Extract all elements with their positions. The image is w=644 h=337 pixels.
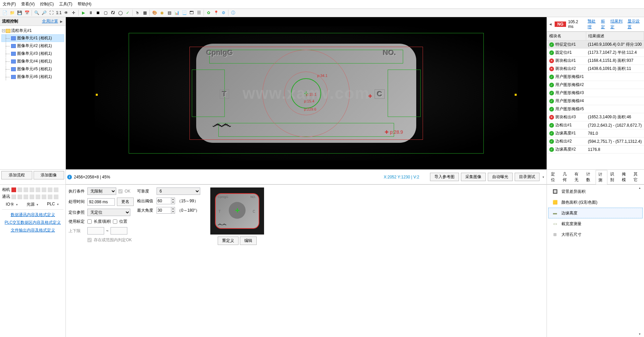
result-row[interactable]: ✓圆定位#1(1173.7,1047.2) 半径:112.4 bbox=[547, 49, 644, 57]
rename-button[interactable]: 更名 bbox=[117, 198, 134, 206]
play-icon[interactable]: ▶ bbox=[80, 9, 87, 16]
fit-icon[interactable]: ⛶ bbox=[48, 9, 55, 16]
open-icon[interactable]: 📁 bbox=[9, 9, 15, 16]
palette-icon[interactable]: 🎨 bbox=[151, 9, 158, 16]
chevron-right-icon[interactable]: ▶ bbox=[59, 20, 63, 23]
result-row[interactable]: ✓用户图形掩模#4 bbox=[547, 97, 644, 105]
limit-high-input[interactable] bbox=[111, 227, 127, 235]
tab-5[interactable]: 识别 bbox=[607, 170, 619, 184]
len-checkbox[interactable] bbox=[87, 219, 92, 224]
measure-item[interactable]: 🔲背景差异面积 bbox=[548, 186, 643, 197]
layers-icon[interactable]: ▤ bbox=[166, 9, 173, 16]
result-row[interactable]: ✕斑块检出#2(1438.6,1091.0) 面积:11 bbox=[547, 65, 644, 73]
auto-exposure-button[interactable]: 自动曝光 bbox=[488, 173, 513, 181]
exec-cond-select[interactable]: 无限制 bbox=[87, 187, 116, 195]
zoom-in-icon[interactable]: 🔍 bbox=[33, 9, 40, 16]
global-calc-link[interactable]: 全局计算 bbox=[42, 19, 58, 24]
tab-2[interactable]: 有无 bbox=[572, 170, 584, 184]
tab-4[interactable]: 计测 bbox=[596, 170, 607, 184]
chevron-left-icon[interactable]: ◀ bbox=[548, 23, 553, 26]
scroll-up-icon[interactable]: ▴ bbox=[638, 186, 643, 189]
collapse-icon[interactable]: − bbox=[2, 29, 5, 32]
tree-item[interactable]: 图像单元#2 (相机1) bbox=[1, 42, 64, 50]
plc-format-link[interactable]: PLC交互数据区内容及格式定义 bbox=[2, 219, 63, 226]
save-icon[interactable]: 💾 bbox=[16, 9, 23, 16]
result-row[interactable]: ✓边缘高度#21176.8 bbox=[547, 145, 644, 154]
menu-file[interactable]: 文件(F) bbox=[1, 1, 17, 8]
calendar-icon[interactable]: 📅 bbox=[24, 9, 30, 16]
cycle-icon[interactable]: ◉ bbox=[159, 9, 165, 16]
limit-low-input[interactable] bbox=[87, 227, 104, 235]
measure-item[interactable]: ⊞大理石尺寸 bbox=[548, 229, 643, 240]
aperture-icon[interactable]: ✿ bbox=[205, 9, 212, 16]
thresh-input[interactable] bbox=[157, 198, 171, 204]
display-link[interactable]: 显示设置 bbox=[628, 18, 643, 30]
pos-checkbox[interactable] bbox=[113, 219, 117, 224]
refresh-icon[interactable]: 🗘 bbox=[110, 9, 116, 16]
grid-icon[interactable]: ▦ bbox=[141, 9, 148, 16]
angle-input[interactable] bbox=[157, 207, 171, 214]
result-row[interactable]: ✓边缘高度#1781.0 bbox=[547, 129, 644, 137]
measure-item[interactable]: 🟨颜色面积 (仅彩色图) bbox=[548, 197, 643, 208]
pause-icon[interactable]: ⏸ bbox=[87, 9, 94, 16]
image-viewer[interactable]: CpnIgG NO. T C ⊹ p:34.1 p:15.1 p:15.4 p:… bbox=[66, 17, 547, 169]
menu-view[interactable]: 查看(V) bbox=[20, 1, 36, 8]
result-row[interactable]: ✓用户图形掩模#1 bbox=[547, 73, 644, 81]
gear-icon[interactable]: ⚙ bbox=[220, 9, 227, 16]
tree-item[interactable]: 图像单元#4 (相机1) bbox=[1, 57, 64, 65]
stop-icon[interactable]: ⏹ bbox=[95, 9, 101, 16]
measure-item[interactable]: ▭截宽度测量 bbox=[548, 218, 643, 229]
proc-time-input[interactable] bbox=[87, 198, 115, 206]
tab-1[interactable]: 几何 bbox=[560, 170, 572, 184]
redefine-button[interactable]: 重定义 bbox=[218, 237, 239, 245]
edit-button[interactable]: 编辑 bbox=[240, 237, 257, 245]
file-format-link[interactable]: 文件输出内容及格式定义 bbox=[2, 226, 63, 234]
comm-format-link[interactable]: 数据通讯内容及格式定义 bbox=[2, 211, 63, 219]
result-row[interactable]: ✕斑块检出#1(1168.4,1151.8) 面积:937 bbox=[547, 57, 644, 65]
menu-control[interactable]: 控制(C) bbox=[39, 1, 55, 8]
import-ref-button[interactable]: 导入参考图 bbox=[430, 173, 459, 181]
tree-item[interactable]: 图像单元#1 (相机1) bbox=[1, 34, 64, 42]
window-icon[interactable]: 🗔 bbox=[188, 9, 195, 16]
new-icon[interactable]: 📄 bbox=[1, 9, 8, 16]
capture-button[interactable]: 采集图像 bbox=[461, 173, 486, 181]
result-row[interactable]: ✓边检出#2(594.2,751.7) - (577.1,1312.4) bbox=[547, 137, 644, 145]
tab-0[interactable]: 定位 bbox=[548, 170, 560, 184]
add-image-button[interactable]: 添加图像 bbox=[34, 171, 65, 179]
result-row[interactable]: ✓特征定位#1(1140.9,1006.4) 0.0° 得分:100 bbox=[547, 41, 644, 49]
camera-indicator-1[interactable] bbox=[11, 187, 16, 192]
tree-item[interactable]: 图像单元#6 (相机1) bbox=[1, 73, 64, 81]
calib-link[interactable]: 标定 bbox=[601, 18, 608, 30]
dir-test-button[interactable]: 目录测试 bbox=[515, 173, 540, 181]
chevron-down-icon[interactable]: ▾ bbox=[542, 175, 545, 179]
preprocess-link[interactable]: 预处理 bbox=[588, 18, 599, 30]
info-icon[interactable]: ⓘ bbox=[230, 9, 237, 16]
list-icon[interactable]: ☷ bbox=[196, 9, 202, 16]
check-icon[interactable]: ✓ bbox=[124, 9, 131, 16]
eye-icon[interactable]: 👁 bbox=[63, 9, 70, 16]
scroll-down-icon[interactable]: ▾ bbox=[638, 332, 643, 336]
tree-item[interactable]: 图像单元#5 (相机1) bbox=[1, 65, 64, 73]
rect-icon[interactable]: ▢ bbox=[102, 9, 109, 16]
crosshair-icon[interactable]: ✛ bbox=[70, 9, 77, 16]
result-row[interactable]: ✓边检出#1(720.2,643.2) - (1627.8,672.7) bbox=[547, 121, 644, 129]
result-row[interactable]: ✓用户图形掩模#3 bbox=[547, 89, 644, 97]
page-icon[interactable]: 📃 bbox=[181, 9, 187, 16]
pin-icon[interactable]: 📍 bbox=[213, 9, 219, 16]
mouse-icon[interactable]: 🖱 bbox=[134, 9, 141, 16]
actual-icon[interactable]: 1:1 bbox=[55, 9, 62, 16]
pos-ref-select[interactable]: 无定位 bbox=[87, 209, 130, 216]
zoom-out-icon[interactable]: 🔎 bbox=[41, 9, 47, 16]
tab-3[interactable]: 计数 bbox=[584, 170, 595, 184]
reliability-select[interactable]: 6 bbox=[157, 187, 200, 195]
tree-item[interactable]: 图像单元#3 (相机1) bbox=[1, 50, 64, 57]
circle-icon[interactable]: ◯ bbox=[117, 9, 124, 16]
result-row[interactable]: ✕斑块检出#3(1652.3,1409.0) 面积:46 bbox=[547, 113, 644, 121]
result-row[interactable]: ✓用户图形掩模#5 bbox=[547, 105, 644, 113]
menu-help[interactable]: 帮助(H) bbox=[76, 1, 93, 8]
add-flow-button[interactable]: 添加流程 bbox=[1, 171, 32, 179]
measure-item[interactable]: ▬边缘高度 bbox=[548, 208, 643, 218]
tree-root[interactable]: − 流程单元#1 bbox=[1, 27, 64, 34]
result-row[interactable]: ✓用户图形掩模#2 bbox=[547, 81, 644, 89]
tab-6[interactable]: 掩模 bbox=[619, 170, 631, 184]
